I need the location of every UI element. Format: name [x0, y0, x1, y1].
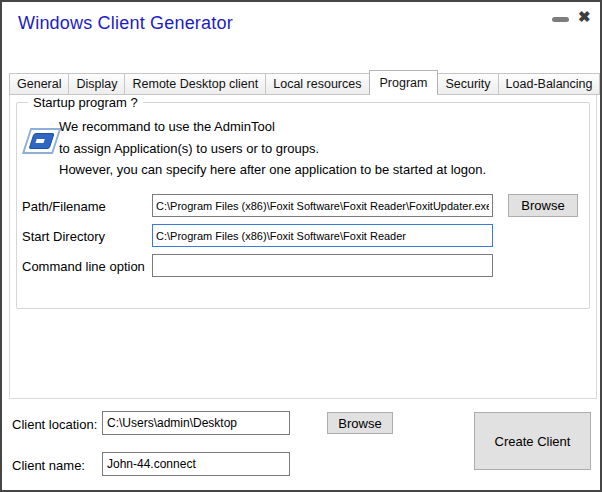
- minimize-icon[interactable]: [552, 17, 569, 22]
- startup-program-group-title: Startup program ?: [28, 95, 143, 110]
- path-filename-input[interactable]: [152, 194, 493, 217]
- application-window-icon: [21, 125, 61, 161]
- info-text-line-1: We recommand to use the AdminTool: [59, 119, 275, 134]
- path-browse-button[interactable]: Browse: [508, 194, 578, 217]
- path-filename-label: Path/Filename: [22, 199, 106, 214]
- tab-program[interactable]: Program: [369, 70, 439, 95]
- client-location-browse-button[interactable]: Browse: [327, 412, 393, 434]
- command-line-option-input[interactable]: [152, 254, 493, 277]
- window-title: Windows Client Generator: [18, 13, 233, 34]
- command-line-option-label: Command line option: [22, 259, 145, 274]
- client-location-label: Client location:: [12, 417, 97, 432]
- tab-strip: General Display Remote Desktop client Lo…: [9, 71, 599, 95]
- close-icon[interactable]: ✖: [578, 6, 591, 28]
- client-name-label: Client name:: [12, 458, 85, 473]
- info-text-line-3: However, you can specify here after one …: [59, 162, 486, 177]
- tab-display[interactable]: Display: [68, 73, 125, 95]
- tab-security[interactable]: Security: [437, 73, 498, 95]
- create-client-button[interactable]: Create Client: [474, 412, 591, 470]
- client-location-input[interactable]: [102, 411, 290, 435]
- windows-client-generator-dialog: Windows Client Generator ✖ General Displ…: [0, 0, 602, 492]
- tab-load-balancing[interactable]: Load-Balancing: [498, 73, 601, 95]
- client-name-input[interactable]: [102, 452, 290, 476]
- tab-general[interactable]: General: [9, 73, 69, 95]
- start-directory-input[interactable]: [152, 224, 493, 247]
- start-directory-label: Start Directory: [22, 229, 105, 244]
- tab-remote-desktop-client[interactable]: Remote Desktop client: [124, 73, 266, 95]
- info-text-line-2: to assign Application(s) to users or to …: [59, 141, 319, 156]
- tab-local-resources[interactable]: Local resources: [265, 73, 369, 95]
